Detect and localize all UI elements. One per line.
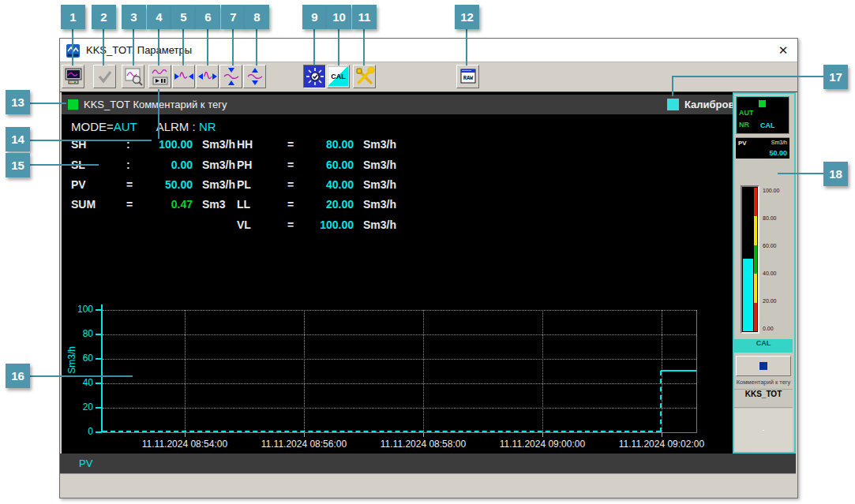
callout-badge-13: 13 xyxy=(6,90,30,114)
alarm-flash-button[interactable] xyxy=(303,65,326,88)
callout-badge-12: 12 xyxy=(455,5,479,29)
connector-line xyxy=(158,89,159,139)
y-tick xyxy=(96,407,102,409)
callout-badge-5: 5 xyxy=(171,5,196,29)
app-window: KKS_TOT. Параметры ✕ xyxy=(59,38,798,498)
callout-badge-4: 4 xyxy=(147,5,171,29)
connector-line xyxy=(363,29,365,65)
settings-tools-button[interactable] xyxy=(353,65,376,88)
callout-badge-16: 16 xyxy=(6,364,30,388)
gridline xyxy=(542,310,543,432)
expand-timescale-button[interactable] xyxy=(196,65,219,88)
faceplate-bottom-area: - xyxy=(734,409,793,452)
param-value: 20.00 xyxy=(305,198,354,212)
param-separator: = xyxy=(287,159,305,173)
expand-scale-button[interactable] xyxy=(243,65,266,88)
callout-badge-10: 10 xyxy=(327,5,351,29)
faceplate-action-button[interactable] xyxy=(736,356,791,376)
param-value: 80.00 xyxy=(305,138,354,152)
connector-line xyxy=(133,29,134,65)
y-tick-label: 0 xyxy=(63,426,93,437)
callout-badge-11: 11 xyxy=(352,5,377,29)
faceplate-cal: CAL xyxy=(760,121,775,129)
close-button[interactable]: ✕ xyxy=(774,41,793,60)
monitor-trend-icon xyxy=(64,67,83,86)
param-unit: Sm3/h xyxy=(363,159,396,173)
connector-line xyxy=(672,76,673,96)
trend-snapshot-button[interactable] xyxy=(122,65,144,88)
callout-badge-7: 7 xyxy=(221,5,246,29)
faceplate-pv-value: 50.00 xyxy=(769,149,787,157)
bar-gauge-alarm-strip xyxy=(754,188,757,331)
param-row-pv: PV = 50.00 Sm3/h xyxy=(71,178,235,192)
tag-header-strip: KKS_TOT Комментарий к тегу Калибровка xyxy=(62,95,733,114)
gauge-tick-label: 40.00 xyxy=(763,271,794,276)
raw-data-button[interactable]: RAW xyxy=(456,65,479,88)
title-bar: KKS_TOT. Параметры ✕ xyxy=(60,39,797,62)
calibration-mode-button[interactable]: CAL xyxy=(327,65,350,88)
mode-value: AUT xyxy=(114,120,137,133)
raw-window-icon: RAW xyxy=(459,67,478,86)
param-value: 0.47 xyxy=(144,198,193,212)
gridline xyxy=(185,310,186,432)
y-tick-label: 20 xyxy=(63,401,93,413)
x-axis-line xyxy=(103,432,697,433)
faceplate-mode: AUT xyxy=(739,109,754,117)
param-separator: = xyxy=(287,198,305,212)
gauge-tick-label: 80.00 xyxy=(763,215,794,221)
callout-badge-2: 2 xyxy=(92,5,116,29)
checkmark-icon xyxy=(96,68,114,85)
legend-pv-label: PV xyxy=(79,454,92,473)
expand-horizontal-icon xyxy=(197,66,218,87)
y-tick-label: 60 xyxy=(63,353,93,364)
connector-line xyxy=(313,29,315,65)
gridline xyxy=(103,383,696,384)
y-tick xyxy=(96,431,102,433)
status-indicator-green xyxy=(68,99,78,110)
callout-badge-14: 14 xyxy=(6,127,30,151)
y-tick-label: 100 xyxy=(63,304,93,315)
gridline xyxy=(423,310,424,432)
param-row-vl: VL = 100.00 Sm3/h xyxy=(237,218,396,233)
flash-beacon-icon xyxy=(306,67,324,86)
param-unit: Sm3 xyxy=(202,198,226,212)
bar-gauge xyxy=(741,185,759,334)
param-separator: = xyxy=(126,198,144,212)
callout-badge-18: 18 xyxy=(823,162,848,186)
connector-line xyxy=(30,103,66,104)
status-indicator-green xyxy=(759,100,766,107)
y-tick xyxy=(96,383,102,384)
pv-series-step xyxy=(660,371,662,432)
faceplate-comment: Комментарий к тегу xyxy=(734,379,793,386)
gauge-tick-label: 20.00 xyxy=(763,298,794,304)
param-label: SUM xyxy=(71,198,126,212)
x-tick xyxy=(304,433,305,437)
screen-capture-button[interactable] xyxy=(62,65,84,88)
mode-alarm-row: MODE=AUT ALRM : NR xyxy=(71,120,216,133)
connector-line xyxy=(256,29,257,65)
param-unit: Sm3/h xyxy=(202,178,235,192)
trend-pause-icon xyxy=(150,66,171,87)
chart-legend-bar: PV xyxy=(60,454,796,473)
compress-scale-button[interactable] xyxy=(219,65,242,88)
connector-line xyxy=(30,164,99,166)
gridline xyxy=(103,359,696,360)
accept-button[interactable] xyxy=(93,65,116,88)
x-tick-label: 11.11.2024 09:00:00 xyxy=(479,439,606,450)
trend-pause-button[interactable] xyxy=(148,65,171,88)
param-label: PH xyxy=(237,159,287,173)
x-tick xyxy=(662,433,662,437)
param-label: HH xyxy=(237,138,287,152)
param-row-sl: SL : 0.00 Sm3/h xyxy=(71,159,235,173)
gridline xyxy=(103,310,696,311)
connector-line xyxy=(30,140,152,141)
compress-timescale-button[interactable] xyxy=(172,65,195,88)
y-tick-label: 40 xyxy=(63,377,93,388)
faceplate-pv-unit: Sm3/h xyxy=(771,140,787,145)
cal-icon: CAL xyxy=(328,67,348,86)
callout-badge-1: 1 xyxy=(61,5,85,29)
gauge-tick-label: 100.00 xyxy=(763,188,794,193)
image-magnifier-icon xyxy=(124,67,143,86)
faceplate-pv-label: PV xyxy=(738,140,747,147)
compress-vertical-icon xyxy=(221,66,242,87)
